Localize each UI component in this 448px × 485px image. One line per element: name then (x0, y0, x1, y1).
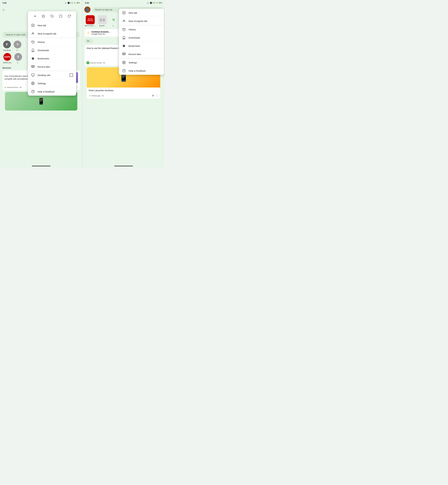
continue-browsing-title: Continue browsin... (91, 31, 110, 33)
espn-label: ESPN.com (3, 62, 11, 64)
y1-label: Y... (16, 49, 19, 51)
desktop-site-checkbox[interactable] (70, 73, 73, 77)
pixel-more-button[interactable]: ⋮ (156, 94, 158, 97)
menu-desktop-site[interactable]: Desktop site (28, 71, 76, 79)
cast-icon: 📡 (64, 2, 67, 4)
right-signal-icon: ▾ (154, 2, 155, 4)
shortcut-y2[interactable]: Y Y... (14, 53, 22, 64)
wifi-icon: ▾ (71, 2, 72, 4)
incognito-label: New Incognito tab (38, 32, 73, 35)
menu-settings[interactable]: Settings (28, 79, 76, 88)
recent-tabs-label: Recent tabs (38, 66, 73, 68)
right-bookmarks-label: Bookmarks (128, 45, 161, 47)
right-help-label: Help & feedback (128, 69, 161, 72)
incognito-icon (31, 32, 35, 35)
svg-marker-28 (122, 44, 125, 47)
shortcut-microcenter[interactable]: MICROCENTER Micro Center -... (85, 15, 96, 27)
history-label: History (38, 41, 73, 43)
svg-marker-12 (32, 57, 34, 60)
right-incognito-label: New Incognito tab (128, 20, 161, 22)
pixel-share-button[interactable]: ⬆ (152, 94, 154, 97)
refresh-button[interactable] (66, 13, 72, 19)
left-dropdown-menu: New tab New Incognito tab (28, 11, 76, 96)
warning-icon: ⚠ (87, 31, 90, 35)
facebook-label: Facebook (3, 49, 11, 51)
user-avatar[interactable]: 👤 (84, 7, 90, 13)
download-toolbar-button[interactable] (49, 13, 55, 19)
y2-label: Y... (17, 62, 19, 64)
right-history-icon (122, 27, 126, 31)
right-cast-icon: 📡 (147, 2, 149, 4)
right-wifi-icon: ▾ (153, 2, 154, 4)
desktop-site-left: Desktop site (31, 73, 50, 77)
desktop-icon (31, 73, 35, 77)
menu-history[interactable]: History (28, 38, 76, 46)
pixel-launcher-footer: Pixel Launcher Archives (87, 88, 160, 93)
shortcut-shared[interactable]: ((·)) ShareD... (98, 15, 107, 27)
left-search-placeholder: Search or type web (6, 33, 26, 36)
shortcut-facebook[interactable]: F Facebook (3, 41, 11, 51)
info-button[interactable] (58, 13, 64, 19)
menu-bookmarks[interactable]: Bookmarks (28, 54, 76, 63)
continue-browsing-subtitle: Google Pixel Sk... (91, 33, 110, 35)
microcenter-icon: MICROCENTER (86, 15, 95, 24)
right-menu-history[interactable]: History (119, 25, 164, 33)
right-menu-bookmarks[interactable]: Bookmarks (119, 42, 164, 50)
menu-incognito[interactable]: New Incognito tab (28, 30, 76, 38)
pixel-actions: ⬆ ⋮ (152, 94, 158, 97)
menu-downloads[interactable]: Downloads (28, 46, 76, 54)
shortcut-y1[interactable]: Y Y... (14, 41, 21, 51)
svg-rect-15 (32, 74, 34, 76)
home-icon[interactable]: ⌂ (2, 8, 5, 12)
right-recent-tabs-label: Recent tabs (128, 53, 161, 56)
right-menu-downloads[interactable]: Downloads (119, 33, 164, 42)
menu-recent-tabs[interactable]: Recent tabs (28, 63, 76, 71)
pixel-launcher-title: Pixel Launcher Archives (89, 89, 158, 92)
right-new-tab-label: New tab (128, 11, 161, 14)
facebook-icon: F (3, 41, 11, 48)
android-central-label: Android Central · 8h (90, 62, 105, 64)
shortcut-n[interactable]: N n... (109, 15, 118, 27)
pixel-launcher-meta: ⏱ 9to5Google · 3d ⬆ ⋮ (87, 93, 160, 99)
svg-point-24 (123, 20, 124, 21)
espn-icon: ESPN (3, 53, 11, 61)
svg-rect-14 (32, 66, 34, 67)
right-profile-icon: ⚫ (150, 2, 152, 4)
right-star-filled-icon (122, 44, 126, 48)
svg-point-31 (123, 62, 124, 63)
clock-icon: ⏱ (89, 95, 91, 97)
left-time: 3:32 (2, 2, 7, 4)
right-menu-recent-tabs[interactable]: Recent tabs (119, 50, 164, 58)
n-label: n... (112, 25, 115, 27)
left-status-bar: 3:32 📡 ⚫ ▾ ▾ 🔋 98% (0, 0, 82, 6)
shortcut-espn[interactable]: ESPN ESPN.com (3, 53, 11, 64)
left-nav-pill (32, 166, 50, 166)
9to5google-label: 9to5Google · 3d (91, 95, 104, 97)
svg-rect-30 (123, 53, 125, 54)
right-discover-button[interactable]: Di... (85, 39, 93, 43)
help-icon (31, 90, 35, 93)
right-help-icon (122, 69, 126, 73)
right-menu-incognito[interactable]: New Incognito tab (119, 17, 164, 25)
left-panel: 3:32 📡 ⚫ ▾ ▾ 🔋 98% ⌂ Searc (0, 0, 82, 168)
menu-toolbar (28, 11, 76, 21)
settings-label: Settings (38, 82, 73, 85)
continue-browsing-text: Continue browsin... Google Pixel Sk... (91, 31, 110, 35)
bookmark-button[interactable] (40, 13, 46, 19)
battery-icon: 🔋 (74, 2, 76, 4)
right-menu-new-tab[interactable]: New tab (119, 9, 164, 17)
shared-symbol: ((·)) (100, 18, 105, 22)
menu-new-tab[interactable]: New tab (28, 21, 76, 30)
shared-label: ShareD... (99, 25, 106, 27)
y1-icon: Y (14, 41, 21, 48)
right-menu-help[interactable]: Help & feedback (119, 67, 164, 75)
right-status-icons: 📡 ⚫ ▾ ▾ 🔋 98% (147, 2, 162, 4)
svg-marker-0 (42, 15, 45, 17)
android-police-label: Android Police · 8h (7, 86, 21, 88)
menu-help[interactable]: Help & feedback (28, 88, 76, 96)
download-check-icon (31, 48, 35, 52)
phone-mockup: 📱 (37, 98, 45, 105)
right-nav-bar (82, 164, 165, 168)
forward-button[interactable] (32, 13, 38, 19)
right-menu-settings[interactable]: Settings (119, 58, 164, 67)
